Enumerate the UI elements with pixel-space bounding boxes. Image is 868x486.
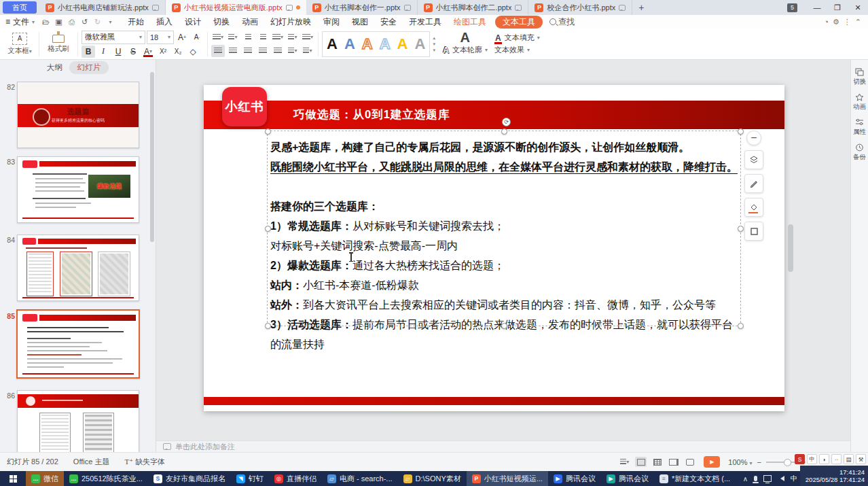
underline-button[interactable]: U — [111, 46, 125, 58]
menu-幻灯片放映[interactable]: 幻灯片放映 — [264, 16, 317, 28]
slide-body-text[interactable]: 灵感+选题库，构建了自己的专属后花园，是源源不断的创作源头，让创作如丝般顺滑。既… — [270, 137, 746, 354]
notes-toggle-button[interactable]: ▾ — [619, 457, 630, 467]
tab-outline[interactable]: 大纲 — [47, 63, 62, 73]
zoom-level[interactable]: 100% ▾ — [728, 458, 752, 466]
document-tab[interactable]: P校企合作小红书.pptx — [528, 0, 632, 15]
theme-name[interactable]: Office 主题 — [73, 457, 110, 467]
taskbar-item[interactable]: ▱D:\SONY素材 — [398, 471, 467, 486]
menu-开发工具[interactable]: 开发工具 — [403, 16, 448, 28]
slide-sorter-button[interactable] — [651, 457, 663, 467]
edit-pen-button[interactable] — [744, 174, 763, 193]
ime-tools-icon[interactable]: ⚒ — [856, 454, 866, 464]
ime-moon-icon[interactable]: ◗ — [819, 454, 829, 464]
wordart-gallery-scroll[interactable]: ▴▾▾ — [430, 35, 438, 53]
menu-审阅[interactable]: 审阅 — [317, 16, 346, 28]
close-button[interactable]: ✕ — [848, 0, 868, 15]
sidebar-animation[interactable]: 动画 — [853, 93, 866, 111]
sidebar-transition[interactable]: 切换 — [853, 68, 866, 86]
paragraph-settings-button[interactable]: ▾ — [286, 31, 300, 44]
zoom-out-button[interactable]: − — [757, 458, 761, 466]
save-icon[interactable]: ▣ — [53, 16, 65, 27]
insert-textbox-button[interactable]: A 文本框▾ — [4, 33, 35, 56]
menu-设计[interactable]: 设计 — [179, 16, 207, 28]
wordart-style[interactable]: A — [414, 37, 425, 52]
align-left-button[interactable] — [211, 45, 225, 57]
taskbar-item[interactable]: S友好市集商品报名 — [148, 471, 231, 486]
menu-text-tools[interactable]: 文本工具 — [495, 16, 543, 29]
italic-button[interactable]: I — [96, 46, 110, 58]
text-align-more-button[interactable]: ▾ — [301, 45, 314, 57]
rehearse-view-button[interactable] — [684, 457, 695, 467]
taskbar-item[interactable]: …微信 — [26, 471, 64, 486]
slide-title[interactable]: 巧做选题：从0到1建立选题库 — [293, 101, 450, 129]
taskbar-item[interactable]: …250512陈氏茶业... — [64, 471, 148, 486]
tab-slides[interactable]: 幻灯片 — [69, 61, 109, 74]
wordart-style[interactable]: A — [344, 37, 355, 52]
align-center-button[interactable] — [226, 45, 240, 57]
taskbar-item[interactable]: ≡*新建文本文档 (... — [654, 471, 736, 486]
comment-bubble-icon[interactable] — [515, 5, 522, 11]
slide-thumbnail-86[interactable] — [17, 390, 139, 453]
slide-thumbnail-84[interactable] — [17, 235, 139, 301]
layers-button[interactable] — [744, 150, 763, 169]
print-icon[interactable]: ⎙ — [66, 16, 77, 27]
volume-icon[interactable] — [778, 476, 784, 481]
slide-thumbnail-85[interactable] — [16, 309, 140, 379]
home-button[interactable]: 首页 — [3, 1, 37, 14]
text-outline-button[interactable]: A 文本轮廓▾ — [442, 45, 488, 55]
quick-access-more-icon[interactable]: ▾ — [105, 16, 116, 27]
comment-bubble-icon[interactable] — [152, 5, 159, 11]
wordart-style[interactable]: A — [380, 37, 391, 52]
slide-85-canvas[interactable]: 小红书 巧做选题：从0到1建立选题库 灵感+选题库，构建了自己的专属后花园，是源… — [204, 85, 784, 411]
document-tab[interactable]: P小红书脚本创作一.pptx — [306, 0, 418, 15]
bold-button[interactable]: B — [82, 46, 95, 58]
menu-开始[interactable]: 开始 — [122, 16, 150, 28]
thumbnail-scrollbar[interactable] — [150, 72, 154, 242]
open-icon[interactable]: 🗁 — [40, 16, 52, 27]
wordart-style[interactable]: A — [397, 37, 408, 52]
decrease-font-button[interactable]: A- — [190, 31, 204, 44]
file-menu[interactable]: ≡ 文件▾ — [0, 16, 40, 28]
text-effect-button[interactable]: 文本效果▾ — [494, 45, 540, 55]
menu-draw-tools[interactable]: 绘图工具 — [448, 16, 492, 28]
justify-button[interactable] — [256, 45, 270, 57]
collapse-ribbon-icon[interactable]: ⌃ — [855, 18, 861, 27]
ribbon-search[interactable]: 查找 — [545, 16, 579, 28]
wordart-style[interactable]: A — [327, 37, 338, 52]
menu-切换[interactable]: 切换 — [207, 16, 236, 28]
new-tab-button[interactable]: + — [632, 0, 650, 15]
redo-icon[interactable]: ↻ — [92, 16, 103, 27]
text-fill-button[interactable]: A 文本填充▾ — [494, 33, 540, 43]
wordart-style[interactable]: A — [362, 37, 373, 52]
ime-indicator[interactable]: 中 — [791, 474, 797, 483]
decrease-indent-button[interactable] — [241, 31, 255, 44]
split-view-button[interactable] — [668, 457, 679, 467]
taskbar-item[interactable]: P小红书短视频运... — [467, 471, 548, 486]
taskbar-item[interactable]: ◎直播伴侣 — [269, 471, 322, 486]
palette-collapse-button[interactable]: − — [746, 131, 761, 145]
undo-icon[interactable]: ↺ — [79, 16, 90, 27]
format-painter-button[interactable]: 格式刷 — [43, 35, 74, 54]
clear-format-button[interactable]: ◇ — [186, 46, 200, 58]
xiaohongshu-logo[interactable]: 小红书 — [222, 87, 267, 126]
more-icon[interactable]: ⋮ — [844, 18, 851, 27]
strikethrough-button[interactable]: S — [126, 46, 140, 58]
ime-keyboard-icon[interactable]: ▤ — [844, 454, 854, 464]
ime-punctuation-icon[interactable]: ·· — [831, 454, 842, 464]
comment-bubble-icon[interactable] — [619, 5, 626, 11]
slide-thumbnail-83[interactable]: 爆款选题 — [17, 156, 139, 223]
gear-icon[interactable]: ⚙ — [833, 18, 839, 27]
network-icon[interactable] — [763, 475, 772, 482]
fill-color-button[interactable] — [744, 198, 763, 217]
increase-font-button[interactable]: A+ — [175, 31, 189, 44]
bullet-list-button[interactable]: ▾ — [211, 31, 225, 44]
taskbar-item[interactable]: ▱电商 - search-... — [322, 471, 398, 486]
taskbar-item[interactable]: ▶腾讯会议 — [601, 471, 654, 486]
crop-frame-button[interactable] — [744, 222, 763, 241]
zoom-slider-knob[interactable] — [784, 459, 791, 466]
sidebar-backup[interactable]: 备份 — [853, 143, 866, 162]
hidden-icons-chevron[interactable]: ∧ — [743, 475, 748, 483]
canvas-scrollbar[interactable] — [788, 224, 793, 272]
document-tab[interactable]: P小红书电商店铺新玩法.pptx — [39, 0, 166, 15]
ime-mode-icon[interactable]: 中 — [807, 454, 817, 464]
